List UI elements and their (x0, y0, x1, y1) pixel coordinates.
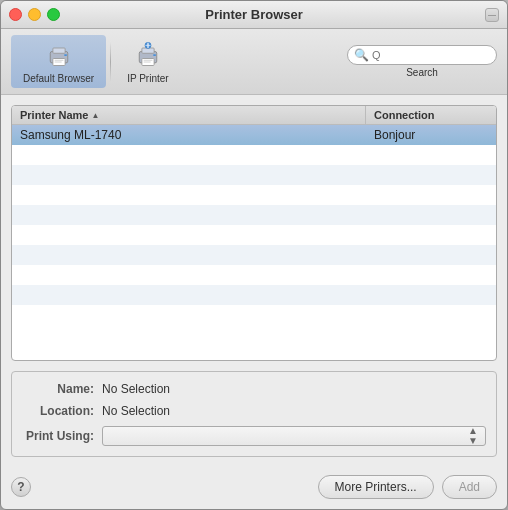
table-row (12, 265, 496, 285)
action-buttons: More Printers... Add (318, 475, 497, 499)
add-button[interactable]: Add (442, 475, 497, 499)
toolbar-separator (110, 42, 111, 82)
svg-rect-7 (142, 48, 154, 53)
default-browser-label: Default Browser (23, 73, 94, 84)
printer-name-column-header[interactable]: Printer Name ▲ (12, 106, 366, 124)
printer-list-container: Printer Name ▲ Connection Samsung ML-174… (11, 105, 497, 361)
info-panel: Name: No Selection Location: No Selectio… (11, 371, 497, 457)
table-row (12, 185, 496, 205)
maximize-button[interactable] (47, 8, 60, 21)
main-content: Printer Name ▲ Connection Samsung ML-174… (1, 95, 507, 467)
window-title: Printer Browser (205, 7, 303, 22)
table-row (12, 145, 496, 165)
print-using-row: Print Using: ▲ ▼ (22, 426, 486, 446)
title-bar: Printer Browser (1, 1, 507, 29)
table-row[interactable]: Samsung ML-1740 Bonjour (12, 125, 496, 145)
search-section: 🔍 Search (347, 45, 497, 78)
ip-printer-icon (132, 39, 164, 71)
ip-printer-button[interactable]: IP Printer (115, 35, 181, 88)
action-bar: ? More Printers... Add (1, 467, 507, 509)
table-row (12, 285, 496, 305)
print-using-label: Print Using: (22, 429, 102, 443)
close-button[interactable] (9, 8, 22, 21)
search-icon: 🔍 (354, 48, 369, 62)
ip-printer-label: IP Printer (127, 73, 169, 84)
print-using-select[interactable] (102, 426, 486, 446)
table-row (12, 205, 496, 225)
printer-list-rows: Samsung ML-1740 Bonjour (12, 125, 496, 305)
more-printers-button[interactable]: More Printers... (318, 475, 434, 499)
default-browser-icon (43, 39, 75, 71)
sort-arrow-icon: ▲ (91, 111, 99, 120)
svg-rect-1 (52, 48, 64, 53)
minimize-button[interactable] (28, 8, 41, 21)
name-value: No Selection (102, 382, 486, 396)
name-label: Name: (22, 382, 102, 396)
location-value: No Selection (102, 404, 486, 418)
table-row (12, 245, 496, 265)
toolbar: Default Browser IP Print (1, 29, 507, 95)
print-using-wrapper: ▲ ▼ (102, 426, 486, 446)
connection-column-header[interactable]: Connection (366, 106, 496, 124)
table-row (12, 225, 496, 245)
svg-rect-9 (153, 54, 156, 56)
default-browser-button[interactable]: Default Browser (11, 35, 106, 88)
search-label: Search (406, 67, 438, 78)
list-header: Printer Name ▲ Connection (12, 106, 496, 125)
table-row (12, 165, 496, 185)
printer-connection-cell: Bonjour (366, 125, 496, 145)
search-wrapper: 🔍 (347, 45, 497, 65)
traffic-lights (9, 8, 60, 21)
search-input[interactable] (372, 49, 490, 61)
svg-rect-3 (64, 54, 67, 56)
printer-name-cell: Samsung ML-1740 (12, 125, 366, 145)
help-button[interactable]: ? (11, 477, 31, 497)
location-row: Location: No Selection (22, 404, 486, 418)
printer-browser-window: Printer Browser Default Browser (0, 0, 508, 510)
collapse-button[interactable] (485, 8, 499, 22)
location-label: Location: (22, 404, 102, 418)
name-row: Name: No Selection (22, 382, 486, 396)
